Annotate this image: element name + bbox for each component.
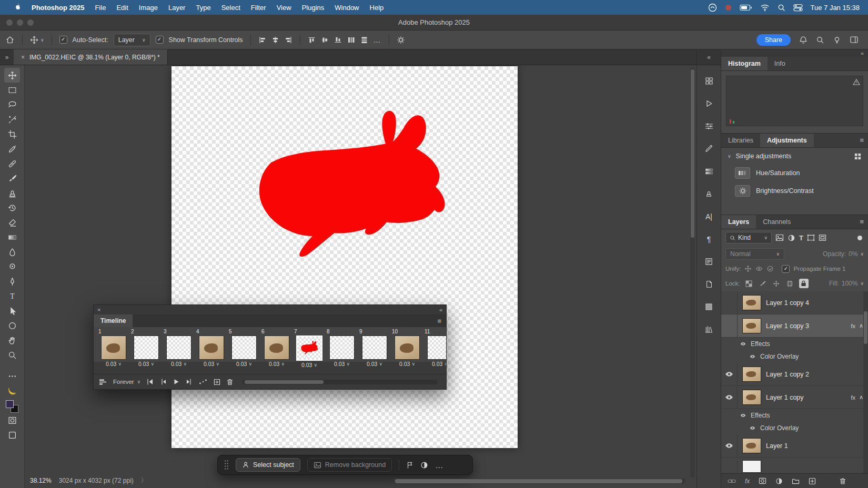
- frame-duration[interactable]: 0.03∨: [138, 360, 154, 368]
- menubar-app-name[interactable]: Photoshop 2025: [26, 4, 89, 12]
- close-tab-icon[interactable]: ×: [21, 54, 25, 61]
- clone-stamp-tool[interactable]: [4, 186, 20, 200]
- visibility-toggle[interactable]: [721, 386, 738, 409]
- frame-duration[interactable]: 0.03∨: [204, 360, 219, 368]
- character-panel-icon[interactable]: A|: [701, 209, 717, 223]
- menu-image[interactable]: Image: [134, 4, 163, 12]
- layer-thumbnail[interactable]: [742, 367, 761, 382]
- path-selection-tool[interactable]: [4, 303, 20, 318]
- timeline-panel[interactable]: × « Timeline ≡ 10.03∨ 20.03∨ 30.03∨ 40.0…: [93, 304, 447, 390]
- workspace-switcher-icon[interactable]: [850, 36, 859, 44]
- layer-name[interactable]: Layer 1 copy 4: [766, 299, 809, 307]
- first-frame-icon[interactable]: [147, 379, 154, 385]
- effects-row[interactable]: Effects: [721, 338, 868, 350]
- share-button[interactable]: Share: [756, 34, 791, 46]
- move-tool-preset[interactable]: ∨: [30, 36, 44, 44]
- timeline-frame[interactable]: 20.03∨: [130, 329, 163, 374]
- search-icon[interactable]: [816, 36, 824, 44]
- align-left-icon[interactable]: [258, 36, 266, 44]
- lock-artboard-icon[interactable]: [785, 279, 795, 288]
- layer-name[interactable]: Layer 1 copy 2: [766, 371, 809, 378]
- menu-plugins[interactable]: Plugins: [297, 4, 330, 12]
- object-selection-tool[interactable]: [4, 112, 20, 127]
- contextual-taskbar[interactable]: Select subject Remove background …: [217, 455, 473, 475]
- effects-visibility-icon[interactable]: [740, 342, 746, 346]
- tween-icon[interactable]: [199, 379, 207, 385]
- actions-panel-icon[interactable]: [701, 96, 717, 110]
- layer-thumbnail[interactable]: [742, 390, 761, 405]
- align-center-horizontal-icon[interactable]: [271, 36, 279, 44]
- frame-duration[interactable]: 0.03∨: [367, 360, 382, 368]
- timeline-scrollbar[interactable]: [243, 380, 438, 384]
- grid-view-icon[interactable]: [854, 152, 862, 160]
- menu-file[interactable]: File: [89, 4, 111, 12]
- fill-control[interactable]: Fill: 100% ∨: [829, 280, 864, 287]
- gradients-panel-icon[interactable]: [701, 164, 717, 178]
- effect-visibility-icon[interactable]: [750, 354, 755, 359]
- layer-row[interactable]: Layer 1 fx∧: [721, 434, 868, 458]
- filter-pixel-layers-icon[interactable]: [775, 234, 784, 241]
- frame-duration[interactable]: 0.03∨: [269, 360, 285, 368]
- frame-duration[interactable]: 0.03∨: [106, 360, 122, 368]
- home-icon[interactable]: [5, 35, 15, 45]
- type-tool[interactable]: T: [4, 289, 20, 303]
- libraries-dock-icon[interactable]: [701, 322, 717, 337]
- filter-type-dropdown[interactable]: Kind ∨: [725, 232, 772, 243]
- align-bottom-icon[interactable]: [334, 36, 342, 44]
- contrast-icon[interactable]: [420, 461, 428, 469]
- panel-menu-icon[interactable]: ≡: [860, 136, 864, 144]
- status-chevron-icon[interactable]: 〉: [141, 476, 147, 485]
- layers-scrollbar[interactable]: [863, 291, 868, 473]
- banana-tool-icon[interactable]: [4, 383, 20, 398]
- frame-thumbnail[interactable]: [296, 336, 322, 361]
- frame-duration[interactable]: 0.03∨: [334, 360, 350, 368]
- lock-transparent-pixels-icon[interactable]: [744, 279, 754, 288]
- hand-tool[interactable]: [4, 333, 20, 348]
- visibility-toggle[interactable]: [721, 460, 738, 473]
- collapse-panel-icon[interactable]: «: [439, 307, 442, 313]
- frame-duration[interactable]: 0.03∨: [171, 360, 187, 368]
- frame-thumbnail[interactable]: [362, 336, 387, 360]
- effect-visibility-icon[interactable]: [750, 426, 755, 430]
- quick-mask-toggle[interactable]: [4, 413, 20, 428]
- menubar-clock[interactable]: Tue 7 Jan 15:38: [811, 4, 860, 12]
- convert-to-video-timeline-icon[interactable]: [99, 379, 107, 385]
- frame-duration[interactable]: 0.03∨: [301, 361, 317, 369]
- layer-thumbnail[interactable]: [742, 460, 761, 473]
- frame-duration[interactable]: 0.03∨: [236, 360, 252, 368]
- foreground-background-colors[interactable]: [6, 400, 18, 413]
- unify-visibility-icon[interactable]: [755, 265, 763, 272]
- notifications-bell-icon[interactable]: [799, 36, 808, 44]
- history-brush-tool[interactable]: [4, 200, 20, 215]
- vertical-scrollbar[interactable]: [690, 67, 695, 477]
- align-middle-vertical-icon[interactable]: [321, 36, 329, 44]
- filter-toggle[interactable]: [857, 236, 862, 240]
- frame-thumbnail[interactable]: [101, 336, 126, 360]
- battery-icon[interactable]: [740, 4, 752, 12]
- edit-toolbar-icon[interactable]: [4, 369, 20, 383]
- drag-handle[interactable]: [224, 460, 229, 470]
- layer-row[interactable]: Layer 1 copy fx∧: [721, 386, 868, 409]
- layer-row-partial[interactable]: [721, 458, 868, 473]
- timeline-frame[interactable]: 30.03∨: [163, 329, 195, 374]
- effect-row[interactable]: Color Overlay: [721, 350, 868, 363]
- panel-menu-icon[interactable]: ≡: [432, 314, 446, 327]
- navigator-panel-icon[interactable]: [701, 74, 717, 88]
- adjustment-hue-saturation[interactable]: Hue/Saturation: [721, 164, 868, 182]
- timeline-frame[interactable]: 50.03∨: [228, 329, 260, 374]
- effect-row[interactable]: Color Overlay: [721, 422, 868, 434]
- timeline-frame[interactable]: 100.03∨: [391, 329, 423, 374]
- lock-all-icon[interactable]: [799, 279, 809, 288]
- tab-channels[interactable]: Channels: [756, 215, 798, 229]
- timeline-frame[interactable]: 90.03∨: [358, 329, 391, 374]
- spotlight-icon[interactable]: [778, 4, 785, 12]
- red-dog-silhouette[interactable]: [251, 109, 449, 260]
- tab-layers[interactable]: Layers: [721, 215, 756, 229]
- tab-adjustments[interactable]: Adjustments: [760, 134, 814, 147]
- layer-row[interactable]: Layer 1 copy 2 fx∧: [721, 363, 868, 386]
- screen-mode-toggle[interactable]: [4, 428, 20, 442]
- lock-image-pixels-icon[interactable]: [758, 279, 768, 288]
- remove-background-button[interactable]: Remove background: [307, 458, 392, 472]
- timeline-frame[interactable]: 10.03∨: [97, 329, 130, 374]
- paragraph-panel-icon[interactable]: ¶: [701, 232, 717, 246]
